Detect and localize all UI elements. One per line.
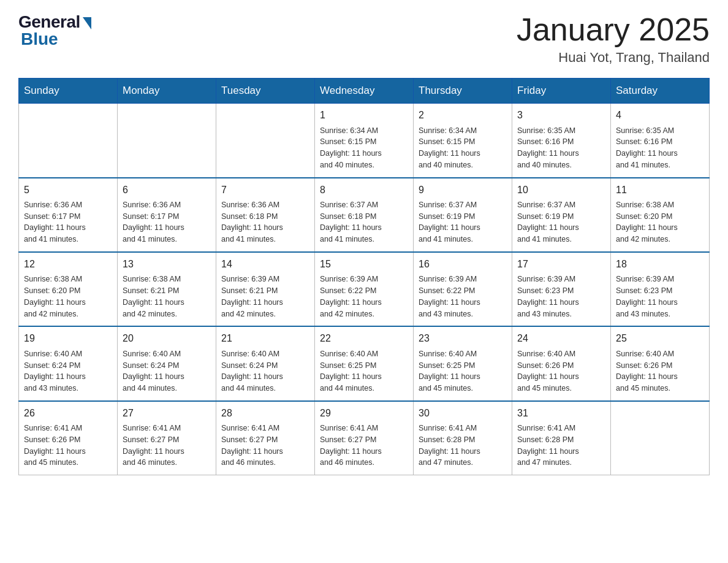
day-cell: 22Sunrise: 6:40 AM Sunset: 6:25 PM Dayli…: [315, 326, 414, 400]
logo-arrow-icon: [83, 17, 91, 29]
weekday-header-wednesday: Wednesday: [315, 79, 414, 104]
day-info: Sunrise: 6:38 AM Sunset: 6:21 PM Dayligh…: [123, 274, 211, 320]
day-info: Sunrise: 6:36 AM Sunset: 6:17 PM Dayligh…: [24, 199, 112, 245]
day-cell: 14Sunrise: 6:39 AM Sunset: 6:21 PM Dayli…: [216, 252, 315, 326]
day-info: Sunrise: 6:35 AM Sunset: 6:16 PM Dayligh…: [616, 125, 704, 171]
day-number: 28: [221, 407, 309, 420]
day-number: 29: [320, 407, 408, 420]
day-number: 8: [320, 183, 408, 197]
page-header: General Blue January 2025 Huai Yot, Tran…: [18, 12, 710, 66]
day-number: 26: [24, 407, 112, 420]
day-cell: 21Sunrise: 6:40 AM Sunset: 6:24 PM Dayli…: [216, 326, 315, 400]
day-cell: [611, 401, 710, 475]
week-row-1: 1Sunrise: 6:34 AM Sunset: 6:15 PM Daylig…: [19, 104, 710, 178]
day-cell: 13Sunrise: 6:38 AM Sunset: 6:21 PM Dayli…: [118, 252, 216, 326]
day-cell: 26Sunrise: 6:41 AM Sunset: 6:26 PM Dayli…: [19, 401, 118, 475]
day-cell: 20Sunrise: 6:40 AM Sunset: 6:24 PM Dayli…: [118, 326, 216, 400]
day-number: 9: [419, 183, 507, 197]
day-cell: 19Sunrise: 6:40 AM Sunset: 6:24 PM Dayli…: [19, 326, 118, 400]
day-cell: 27Sunrise: 6:41 AM Sunset: 6:27 PM Dayli…: [118, 401, 216, 475]
day-info: Sunrise: 6:39 AM Sunset: 6:23 PM Dayligh…: [517, 274, 605, 320]
logo-blue-text: Blue: [18, 29, 58, 49]
weekday-header-tuesday: Tuesday: [216, 79, 315, 104]
day-cell: 23Sunrise: 6:40 AM Sunset: 6:25 PM Dayli…: [414, 326, 512, 400]
day-info: Sunrise: 6:40 AM Sunset: 6:26 PM Dayligh…: [616, 348, 704, 394]
day-number: 18: [616, 258, 704, 271]
day-info: Sunrise: 6:37 AM Sunset: 6:19 PM Dayligh…: [419, 199, 507, 245]
week-row-4: 19Sunrise: 6:40 AM Sunset: 6:24 PM Dayli…: [19, 326, 710, 400]
day-cell: 1Sunrise: 6:34 AM Sunset: 6:15 PM Daylig…: [315, 104, 414, 178]
day-number: 31: [517, 407, 605, 420]
day-cell: 30Sunrise: 6:41 AM Sunset: 6:28 PM Dayli…: [414, 401, 512, 475]
day-number: 1: [320, 109, 408, 122]
day-number: 10: [517, 183, 605, 197]
day-info: Sunrise: 6:38 AM Sunset: 6:20 PM Dayligh…: [24, 274, 112, 320]
weekday-header-saturday: Saturday: [611, 79, 710, 104]
day-info: Sunrise: 6:39 AM Sunset: 6:22 PM Dayligh…: [419, 274, 507, 320]
day-info: Sunrise: 6:40 AM Sunset: 6:26 PM Dayligh…: [517, 348, 605, 394]
day-number: 16: [419, 258, 507, 271]
day-cell: 16Sunrise: 6:39 AM Sunset: 6:22 PM Dayli…: [414, 252, 512, 326]
day-number: 11: [616, 183, 704, 197]
day-cell: 3Sunrise: 6:35 AM Sunset: 6:16 PM Daylig…: [512, 104, 611, 178]
day-cell: 7Sunrise: 6:36 AM Sunset: 6:18 PM Daylig…: [216, 178, 315, 252]
month-title: January 2025: [517, 12, 710, 47]
weekday-header-sunday: Sunday: [19, 79, 118, 104]
day-cell: 28Sunrise: 6:41 AM Sunset: 6:27 PM Dayli…: [216, 401, 315, 475]
day-info: Sunrise: 6:41 AM Sunset: 6:28 PM Dayligh…: [419, 423, 507, 469]
day-cell: 12Sunrise: 6:38 AM Sunset: 6:20 PM Dayli…: [19, 252, 118, 326]
day-number: 7: [221, 183, 309, 197]
day-cell: 4Sunrise: 6:35 AM Sunset: 6:16 PM Daylig…: [611, 104, 710, 178]
day-info: Sunrise: 6:41 AM Sunset: 6:26 PM Dayligh…: [24, 423, 112, 469]
day-info: Sunrise: 6:40 AM Sunset: 6:24 PM Dayligh…: [123, 348, 211, 394]
logo: General Blue: [18, 12, 91, 49]
week-row-5: 26Sunrise: 6:41 AM Sunset: 6:26 PM Dayli…: [19, 401, 710, 475]
day-cell: [118, 104, 216, 178]
day-info: Sunrise: 6:34 AM Sunset: 6:15 PM Dayligh…: [320, 125, 408, 171]
day-info: Sunrise: 6:41 AM Sunset: 6:27 PM Dayligh…: [221, 423, 309, 469]
day-cell: 10Sunrise: 6:37 AM Sunset: 6:19 PM Dayli…: [512, 178, 611, 252]
day-info: Sunrise: 6:37 AM Sunset: 6:19 PM Dayligh…: [517, 199, 605, 245]
weekday-header-thursday: Thursday: [414, 79, 512, 104]
day-number: 3: [517, 109, 605, 122]
day-cell: 29Sunrise: 6:41 AM Sunset: 6:27 PM Dayli…: [315, 401, 414, 475]
day-info: Sunrise: 6:39 AM Sunset: 6:23 PM Dayligh…: [616, 274, 704, 320]
calendar-table: SundayMondayTuesdayWednesdayThursdayFrid…: [18, 78, 710, 475]
day-cell: 2Sunrise: 6:34 AM Sunset: 6:15 PM Daylig…: [414, 104, 512, 178]
day-info: Sunrise: 6:37 AM Sunset: 6:18 PM Dayligh…: [320, 199, 408, 245]
day-number: 2: [419, 109, 507, 122]
day-number: 15: [320, 258, 408, 271]
day-cell: 24Sunrise: 6:40 AM Sunset: 6:26 PM Dayli…: [512, 326, 611, 400]
day-info: Sunrise: 6:40 AM Sunset: 6:25 PM Dayligh…: [320, 348, 408, 394]
day-info: Sunrise: 6:40 AM Sunset: 6:24 PM Dayligh…: [24, 348, 112, 394]
day-info: Sunrise: 6:36 AM Sunset: 6:17 PM Dayligh…: [123, 199, 211, 245]
day-info: Sunrise: 6:35 AM Sunset: 6:16 PM Dayligh…: [517, 125, 605, 171]
day-number: 30: [419, 407, 507, 420]
day-info: Sunrise: 6:41 AM Sunset: 6:27 PM Dayligh…: [320, 423, 408, 469]
day-number: 22: [320, 332, 408, 345]
title-block: January 2025 Huai Yot, Trang, Thailand: [517, 12, 710, 66]
day-number: 19: [24, 332, 112, 345]
day-cell: 18Sunrise: 6:39 AM Sunset: 6:23 PM Dayli…: [611, 252, 710, 326]
day-number: 24: [517, 332, 605, 345]
day-info: Sunrise: 6:34 AM Sunset: 6:15 PM Dayligh…: [419, 125, 507, 171]
day-number: 23: [419, 332, 507, 345]
weekday-header-monday: Monday: [118, 79, 216, 104]
day-info: Sunrise: 6:36 AM Sunset: 6:18 PM Dayligh…: [221, 199, 309, 245]
day-cell: 31Sunrise: 6:41 AM Sunset: 6:28 PM Dayli…: [512, 401, 611, 475]
day-number: 20: [123, 332, 211, 345]
day-number: 6: [123, 183, 211, 197]
day-info: Sunrise: 6:40 AM Sunset: 6:24 PM Dayligh…: [221, 348, 309, 394]
day-cell: 17Sunrise: 6:39 AM Sunset: 6:23 PM Dayli…: [512, 252, 611, 326]
day-number: 21: [221, 332, 309, 345]
day-info: Sunrise: 6:40 AM Sunset: 6:25 PM Dayligh…: [419, 348, 507, 394]
day-cell: 15Sunrise: 6:39 AM Sunset: 6:22 PM Dayli…: [315, 252, 414, 326]
weekday-header-friday: Friday: [512, 79, 611, 104]
day-number: 14: [221, 258, 309, 271]
day-number: 5: [24, 183, 112, 197]
day-info: Sunrise: 6:39 AM Sunset: 6:21 PM Dayligh…: [221, 274, 309, 320]
location-title: Huai Yot, Trang, Thailand: [517, 50, 710, 66]
day-cell: 5Sunrise: 6:36 AM Sunset: 6:17 PM Daylig…: [19, 178, 118, 252]
day-number: 25: [616, 332, 704, 345]
day-info: Sunrise: 6:41 AM Sunset: 6:27 PM Dayligh…: [123, 423, 211, 469]
